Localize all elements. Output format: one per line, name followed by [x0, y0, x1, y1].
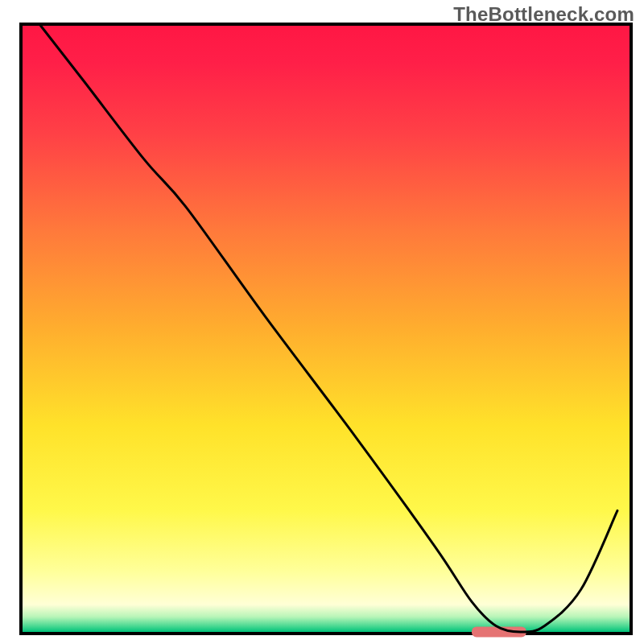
chart-container: TheBottleneck.com: [0, 0, 644, 644]
plot-background: [23, 26, 630, 632]
chart-svg: [0, 0, 644, 644]
watermark-text: TheBottleneck.com: [453, 3, 634, 26]
